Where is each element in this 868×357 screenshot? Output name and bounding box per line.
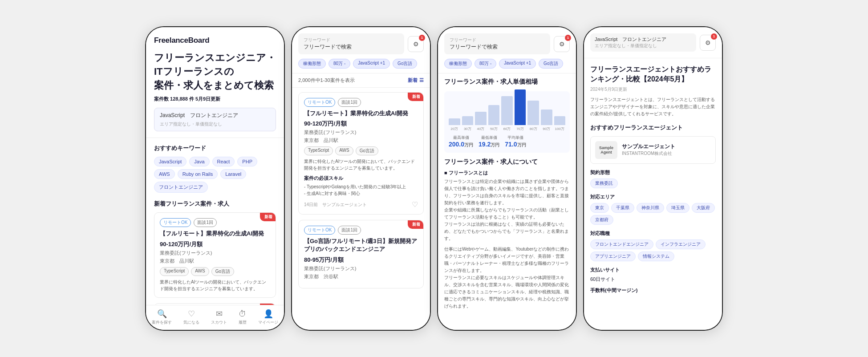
search-input[interactable]: フリーワード フリーワードで検索 — [444, 33, 550, 54]
filter-tag[interactable]: Go言語 — [539, 59, 563, 69]
keyword-tag[interactable]: PHP — [237, 157, 257, 166]
filter-tag[interactable]: 稼働形態 — [298, 59, 326, 69]
contract-tag[interactable]: 業務委託 — [590, 178, 618, 188]
job-card-1[interactable]: 新着 リモートOK 面談1回 【フルリモート】業界特化の生成AI開発 90-12… — [154, 212, 276, 297]
keyword-tag[interactable]: Ruby on Rails — [178, 169, 218, 179]
bar-group: 60万 — [501, 96, 513, 131]
filter-tag[interactable]: Go言語 — [393, 59, 417, 69]
job-type-tag[interactable]: 情報システム — [638, 252, 674, 261]
history-icon: ⏱ — [239, 309, 247, 319]
area-tag[interactable]: 神奈川県 — [637, 203, 664, 213]
search-input[interactable]: フリーワード フリーワードで検索 — [298, 33, 404, 54]
bar-chart: 20万 30万 40万 — [449, 96, 565, 131]
bar-group: 30万 — [462, 116, 474, 131]
favorite-icon: ♡ — [188, 309, 195, 319]
job-card-2[interactable]: 新着 リモートOK 面談1回 【Go言語/フルリモート/週3日】新規開発アプリの… — [154, 303, 276, 305]
sort-button[interactable]: 新着 ☰ — [408, 77, 424, 84]
search-row: JavaScript フロントエンジニア エリア指定なし・単価指定なし ⚙ 1 — [590, 33, 716, 52]
mail-icon: ✉ — [216, 309, 223, 319]
area-tag[interactable]: 千葉県 — [611, 203, 634, 213]
bar-chart-container: 20万 30万 40万 — [444, 91, 570, 153]
bar-label: 70万 — [516, 126, 524, 131]
active-filters: 稼働形態 80万 - JavaScript +1 Go言語 — [298, 59, 424, 69]
search-placeholder: フリーワードで検索 — [304, 43, 399, 51]
filter-button[interactable]: ⚙ 1 — [700, 35, 716, 51]
job-type-tag[interactable]: フロントエンドエンジニア — [590, 239, 653, 249]
bar-group-highlight: 70万 — [515, 89, 526, 131]
job-price: 90-120万円/月額 — [160, 240, 270, 248]
agent-card[interactable]: SampleAgent サンプルエージェント INSTANTROOM株式会社 — [590, 136, 716, 164]
favorite-icon[interactable]: ♡ — [412, 200, 418, 209]
nav-search[interactable]: 🔍 案件を探す — [152, 309, 172, 325]
bar-group: 80万 — [527, 101, 539, 131]
job-skills: TypeScript AWS Go言語 — [160, 267, 270, 276]
subtitle-label: 案件数 — [154, 96, 169, 101]
search-label: フリーワード — [450, 37, 545, 43]
area-tag[interactable]: 大阪府 — [692, 203, 715, 213]
nav-history[interactable]: ⏱ 履歴 — [239, 309, 247, 325]
filter-button[interactable]: ⚙ 1 — [408, 36, 424, 52]
filter-tag[interactable]: JavaScript +1 — [353, 59, 390, 69]
job-title: 【フルリモート】業界特化の生成AI開発 — [304, 110, 418, 118]
filter-tag[interactable]: 80万 - — [329, 59, 350, 69]
user-icon: 👤 — [264, 309, 273, 319]
keyword-tag[interactable]: Java — [189, 157, 209, 166]
filter-tag[interactable]: JavaScript +1 — [499, 59, 536, 69]
job-type-section: 対応職種 フロントエンドエンジニア インフラエンジニア アプリエンジニア 情報シ… — [590, 230, 716, 261]
area-tag[interactable]: 東京 — [590, 203, 609, 213]
keyword-tag[interactable]: Laravel — [220, 169, 246, 179]
nav-favorite[interactable]: ♡ 気になる — [183, 309, 199, 325]
keyword-tag[interactable]: AWS — [154, 169, 175, 179]
active-filters: 稼働形態 80万 - JavaScript +1 Go言語 — [444, 59, 570, 69]
filter-icon: ⚙ — [705, 39, 711, 46]
required-skills-title: 案件の必須スキル — [304, 175, 418, 182]
filter-tag[interactable]: 80万 - — [475, 59, 496, 69]
bar — [449, 118, 460, 125]
nav-scout[interactable]: ✉ スカウト — [211, 309, 227, 325]
remote-tag: リモートOK — [304, 98, 335, 107]
bar-highlight — [515, 89, 526, 125]
skill-tag: TypeScript — [304, 146, 333, 155]
bar-group: 20万 — [449, 118, 460, 131]
search-bar-row: フリーワード フリーワードで検索 ⚙ 1 — [298, 33, 424, 54]
area-tag[interactable]: 埼玉県 — [666, 203, 690, 213]
agent-logo-text: SampleAgent — [599, 146, 613, 154]
bar-group: 50万 — [488, 105, 500, 131]
job-tags: リモートOK 面談1回 — [304, 226, 418, 235]
about-title: フリーランス案件・求人について — [444, 158, 570, 166]
sort-icon: ☰ — [419, 77, 424, 83]
filter-button[interactable]: ⚙ 1 — [554, 36, 570, 52]
new-badge: 新着 — [408, 220, 423, 229]
nav-history-label: 履歴 — [239, 320, 247, 325]
job-card-1[interactable]: 新着 リモートOK 面談1回 【フルリモート】業界特化の生成AI開発 90-12… — [298, 92, 424, 215]
filter-badge: 1 — [565, 35, 571, 41]
keyword-tag[interactable]: フロントエンジニア — [154, 182, 208, 193]
keyword-tag[interactable]: JavaScript — [154, 157, 187, 166]
job-desc: 業界に特化したAIツールの開発において、バックエンド開発を担当するエンジニアを募… — [160, 279, 270, 292]
job-type-tag[interactable]: インフラエンジニア — [656, 239, 706, 249]
job-count: 128,888 — [170, 96, 188, 101]
nav-mypage[interactable]: 👤 マイページ — [258, 309, 278, 325]
agent-info: サンプルエージェント INSTANTROOM株式会社 — [622, 143, 675, 157]
area-tag[interactable]: 京都府 — [590, 215, 613, 225]
search-bar-row: フリーワード フリーワードで検索 ⚙ 1 — [444, 33, 570, 54]
contract-type-section: 契約形態 業務委託 — [590, 169, 716, 188]
about-sub: ■ フリーランスとは — [444, 170, 570, 176]
result-count: 2,000件中1-30案件を表示 — [298, 77, 355, 84]
search-box[interactable]: JavaScript フロントエンジニア エリア指定なし・単価指定なし — [154, 108, 276, 131]
job-card-2[interactable]: 新着 リモートOK 面談1回 【Go言語/フルリモート/週3日】新規開発アプリの… — [298, 220, 424, 288]
filter-tag[interactable]: 稼働形態 — [444, 59, 472, 69]
bar — [554, 116, 566, 125]
bar — [488, 105, 500, 125]
interview-tag: 面談1回 — [338, 98, 361, 107]
app-logo: FreelanceBoard — [154, 36, 276, 45]
contract-title: 契約形態 — [590, 169, 716, 176]
filter-badge: 1 — [711, 33, 717, 40]
job-type-tag[interactable]: アプリエンジニア — [590, 252, 636, 261]
keyword-tag[interactable]: React — [212, 157, 235, 166]
fee-title: 手数料(中間マージン) — [590, 287, 716, 294]
interview-tag: 面談1回 — [338, 226, 361, 235]
skill-tag: Go言語 — [356, 146, 378, 155]
bar — [462, 116, 474, 125]
search-box[interactable]: JavaScript フロントエンジニア エリア指定なし・単価指定なし — [590, 33, 696, 52]
